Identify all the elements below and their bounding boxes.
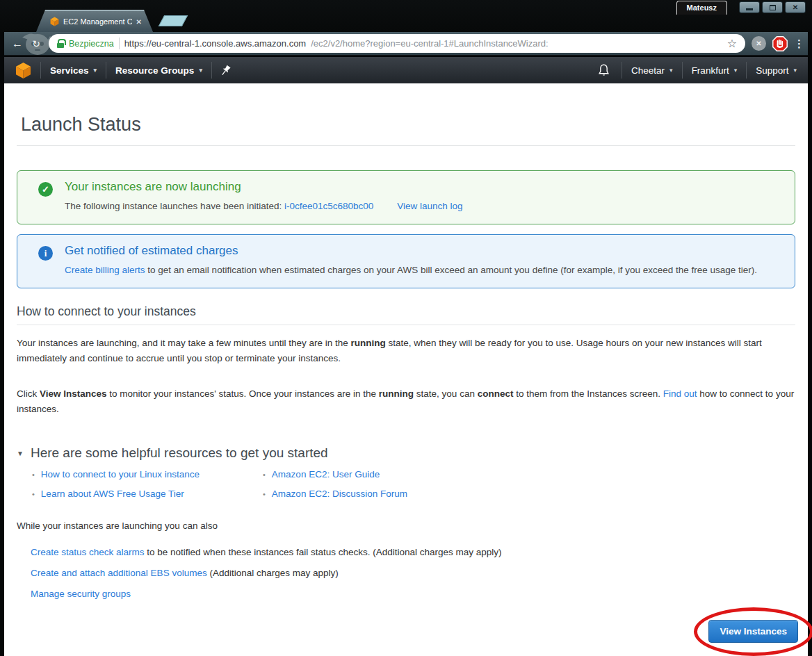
browser-window: EC2 Management Conso ✕ Mateusz ✕ ← ↻ Bez… — [0, 0, 812, 656]
window-controls: ✕ — [739, 1, 806, 13]
nav-support-menu[interactable]: Support ▾ — [756, 65, 797, 76]
tab-title: EC2 Management Conso — [63, 17, 132, 26]
nav-region-menu[interactable]: Frankfurt ▾ — [692, 65, 738, 76]
section-divider — [17, 325, 795, 325]
find-out-link[interactable]: Find out — [663, 388, 697, 399]
new-tab-button[interactable] — [159, 15, 188, 26]
resource-link-user-guide[interactable]: Amazon EC2: User Guide — [272, 469, 380, 479]
button-region: View Instances — [17, 599, 795, 656]
nav-divider — [746, 62, 747, 79]
success-check-icon: ✓ — [38, 182, 53, 197]
bullet-icon: • — [263, 470, 266, 479]
bullet-icon: • — [263, 490, 266, 498]
restore-button[interactable] — [762, 1, 783, 13]
list-item: Manage security groups — [31, 589, 795, 599]
nav-resource-groups[interactable]: Resource Groups ▾ — [115, 65, 202, 76]
url-domain: https://eu-central-1.console.aws.amazon.… — [124, 38, 307, 49]
resources-list: •How to connect to your Linux instance •… — [32, 469, 795, 499]
secure-lock-icon — [57, 39, 64, 48]
nav-divider — [682, 62, 683, 79]
view-launch-log-link[interactable]: View launch log — [397, 201, 462, 211]
nav-account-label: Cheetar — [631, 65, 665, 76]
pin-icon[interactable] — [218, 63, 233, 77]
restore-icon — [770, 5, 776, 10]
info-title: Get notified of estimated charges — [65, 244, 771, 258]
minimize-icon — [746, 8, 753, 10]
success-title: Your instances are now launching — [65, 180, 477, 194]
chevron-down-icon: ▾ — [199, 67, 202, 74]
nav-services-label: Services — [50, 65, 89, 76]
bullet-icon: • — [32, 490, 35, 498]
nav-account-menu[interactable]: Cheetar ▾ — [631, 65, 673, 76]
close-button[interactable]: ✕ — [785, 1, 806, 13]
success-body-text: The following instance launches have bee… — [65, 201, 284, 211]
nav-divider — [211, 62, 212, 79]
url-path: /ec2/v2/home?region=eu-central-1#LaunchI… — [311, 38, 548, 49]
list-item: •Amazon EC2: Discussion Forum — [263, 489, 795, 499]
browser-menu-icon[interactable]: ⋮ — [794, 38, 801, 50]
resource-link-free-tier[interactable]: Learn about AWS Free Usage Tier — [41, 489, 184, 499]
p1-text: Your instances are launching, and it may… — [17, 338, 351, 348]
nav-resource-groups-label: Resource Groups — [115, 65, 194, 76]
notifications-bell-icon[interactable] — [598, 64, 610, 77]
aws-favicon-icon — [50, 17, 59, 26]
p2-text: Click — [17, 388, 40, 399]
tab-close-icon[interactable]: ✕ — [136, 18, 142, 26]
info-body-text: to get an email notification when estima… — [145, 265, 758, 275]
collapse-caret-icon[interactable]: ▼ — [17, 450, 24, 457]
nav-divider — [40, 62, 41, 79]
bullet-icon: • — [32, 470, 35, 479]
blocker-hand-icon[interactable] — [772, 36, 788, 51]
list-item: •Amazon EC2: User Guide — [263, 469, 795, 479]
address-bar[interactable]: Bezpieczna https://eu-central-1.console.… — [49, 34, 745, 53]
create-status-check-alarms-link[interactable]: Create status check alarms — [31, 547, 145, 557]
nav-divider — [622, 62, 622, 79]
resource-link-linux-instance[interactable]: How to connect to your Linux instance — [41, 469, 200, 479]
resources-heading-row[interactable]: ▼ Here are some helpful resources to get… — [17, 445, 795, 461]
chevron-down-icon: ▾ — [669, 67, 673, 74]
title-divider — [17, 145, 795, 146]
nav-services[interactable]: Services ▾ — [50, 65, 97, 76]
bookmark-star-icon[interactable]: ☆ — [727, 37, 737, 50]
p2-bold-connect: connect — [478, 388, 514, 399]
resource-link-discussion-forum[interactable]: Amazon EC2: Discussion Forum — [272, 489, 407, 499]
list-item: •Learn about AWS Free Usage Tier — [32, 489, 263, 499]
aws-logo-icon[interactable] — [15, 62, 31, 79]
success-alert: ✓ Your instances are now launching The f… — [17, 170, 795, 224]
create-ebs-volumes-link[interactable]: Create and attach additional EBS volumes — [31, 568, 207, 578]
also-item-text: (Additional charges may apply) — [207, 568, 339, 578]
back-button[interactable]: ← — [11, 38, 24, 49]
instance-id-link[interactable]: i-0cfee01c5c680bc00 — [284, 201, 373, 211]
reload-button[interactable]: ↻ — [30, 39, 42, 49]
browser-toolbar: ← ↻ Bezpieczna https://eu-central-1.cons… — [4, 32, 808, 56]
close-icon: ✕ — [793, 3, 798, 11]
create-billing-alerts-link[interactable]: Create billing alerts — [65, 265, 145, 275]
p2-text: state, you can — [414, 388, 478, 399]
url-divider — [119, 38, 120, 49]
minimize-button[interactable] — [739, 1, 760, 13]
extension-icon[interactable]: ✕ — [752, 36, 766, 51]
nav-region-label: Frankfurt — [692, 65, 729, 76]
view-instances-button[interactable]: View Instances — [708, 620, 798, 643]
connect-paragraph-1: Your instances are launching, and it may… — [17, 336, 795, 366]
also-intro: While your instances are launching you c… — [17, 520, 795, 531]
aws-navbar: Services ▾ Resource Groups ▾ Cheetar ▾ F… — [4, 57, 808, 83]
nav-support-label: Support — [756, 65, 788, 76]
p1-bold-running: running — [351, 338, 386, 348]
list-item: Create and attach additional EBS volumes… — [31, 568, 795, 578]
page-content: Launch Status ✓ Your instances are now l… — [4, 83, 808, 656]
p2-text: to monitor your instances' status. Once … — [107, 388, 379, 399]
also-item-text: to be notified when these instances fail… — [145, 547, 502, 557]
security-label[interactable]: Bezpieczna — [69, 39, 114, 49]
resources-heading: Here are some helpful resources to get y… — [31, 445, 328, 461]
p2-bold-running: running — [379, 388, 414, 399]
info-alert: i Get notified of estimated charges Crea… — [17, 234, 795, 288]
chevron-down-icon: ▾ — [94, 67, 97, 74]
p2-text: to them from the Instances screen. — [513, 388, 663, 399]
browser-tab[interactable]: EC2 Management Conso ✕ — [36, 10, 153, 32]
list-item: Create status check alarms to be notifie… — [31, 547, 795, 557]
manage-security-groups-link[interactable]: Manage security groups — [31, 589, 131, 599]
window-titlebar: EC2 Management Conso ✕ Mateusz ✕ — [0, 0, 812, 32]
titlebar-user[interactable]: Mateusz — [676, 1, 727, 15]
chevron-down-icon: ▾ — [793, 67, 797, 74]
